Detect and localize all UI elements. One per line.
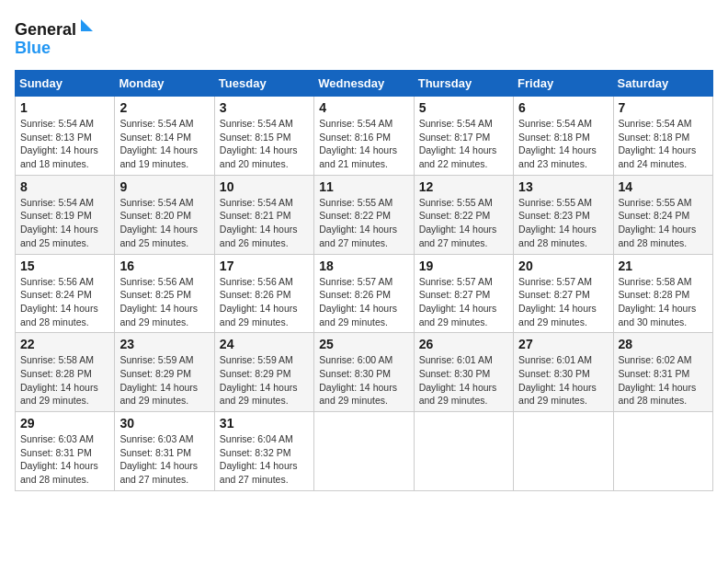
- calendar-cell: 24 Sunrise: 5:59 AMSunset: 8:29 PMDaylig…: [214, 333, 313, 412]
- day-number: 7: [619, 100, 708, 115]
- calendar-cell: 2 Sunrise: 5:54 AMSunset: 8:14 PMDayligh…: [115, 97, 214, 176]
- day-number: 14: [619, 179, 708, 194]
- weekday-header-sunday: Sunday: [16, 71, 115, 97]
- calendar-cell: 5 Sunrise: 5:54 AMSunset: 8:17 PMDayligh…: [414, 97, 513, 176]
- day-number: 8: [20, 179, 109, 194]
- day-number: 30: [119, 416, 209, 431]
- day-number: 27: [518, 337, 608, 351]
- day-info: Sunrise: 5:57 AMSunset: 8:27 PMDaylight:…: [419, 275, 508, 329]
- day-info: Sunrise: 6:00 AMSunset: 8:30 PMDaylight:…: [319, 353, 408, 408]
- header: GeneralBlue: [15, 15, 713, 61]
- calendar-cell: 13 Sunrise: 5:55 AMSunset: 8:23 PMDaylig…: [514, 175, 613, 254]
- day-number: 10: [220, 179, 309, 194]
- day-info: Sunrise: 5:58 AMSunset: 8:28 PMDaylight:…: [20, 353, 109, 408]
- calendar-cell: 4 Sunrise: 5:54 AMSunset: 8:16 PMDayligh…: [314, 97, 414, 176]
- day-number: 18: [319, 259, 408, 273]
- day-number: 5: [419, 100, 508, 115]
- day-info: Sunrise: 5:54 AMSunset: 8:21 PMDaylight:…: [220, 196, 309, 250]
- calendar-cell: 31 Sunrise: 6:04 AMSunset: 8:32 PMDaylig…: [214, 412, 313, 491]
- calendar-cell: 28 Sunrise: 6:02 AMSunset: 8:31 PMDaylig…: [613, 333, 712, 412]
- weekday-header-friday: Friday: [514, 71, 613, 97]
- calendar-cell: 30 Sunrise: 6:03 AMSunset: 8:31 PMDaylig…: [115, 412, 214, 491]
- day-info: Sunrise: 5:58 AMSunset: 8:28 PMDaylight:…: [619, 275, 708, 329]
- day-number: 19: [419, 259, 508, 273]
- day-info: Sunrise: 5:56 AMSunset: 8:24 PMDaylight:…: [20, 275, 109, 329]
- day-info: Sunrise: 5:59 AMSunset: 8:29 PMDaylight:…: [119, 353, 209, 408]
- calendar-week-row: 29 Sunrise: 6:03 AMSunset: 8:31 PMDaylig…: [16, 412, 713, 491]
- calendar-cell: 26 Sunrise: 6:01 AMSunset: 8:30 PMDaylig…: [414, 333, 513, 412]
- day-info: Sunrise: 5:54 AMSunset: 8:14 PMDaylight:…: [119, 117, 209, 171]
- day-number: 25: [319, 337, 408, 351]
- day-info: Sunrise: 5:54 AMSunset: 8:18 PMDaylight:…: [518, 117, 608, 171]
- day-info: Sunrise: 6:03 AMSunset: 8:31 PMDaylight:…: [119, 432, 209, 487]
- calendar-week-row: 15 Sunrise: 5:56 AMSunset: 8:24 PMDaylig…: [16, 254, 713, 333]
- svg-text:General: General: [15, 20, 76, 39]
- calendar-cell: [514, 412, 613, 491]
- day-number: 23: [119, 337, 209, 351]
- day-info: Sunrise: 5:56 AMSunset: 8:26 PMDaylight:…: [220, 275, 309, 329]
- day-info: Sunrise: 6:01 AMSunset: 8:30 PMDaylight:…: [419, 353, 508, 408]
- day-number: 6: [518, 100, 608, 115]
- calendar-cell: 10 Sunrise: 5:54 AMSunset: 8:21 PMDaylig…: [214, 175, 313, 254]
- weekday-header-thursday: Thursday: [414, 71, 513, 97]
- svg-text:Blue: Blue: [15, 39, 51, 57]
- calendar-cell: [414, 412, 513, 491]
- weekday-header-wednesday: Wednesday: [314, 71, 414, 97]
- calendar-table: SundayMondayTuesdayWednesdayThursdayFrid…: [15, 70, 713, 491]
- logo-svg: GeneralBlue: [15, 15, 97, 61]
- calendar-cell: 23 Sunrise: 5:59 AMSunset: 8:29 PMDaylig…: [115, 333, 214, 412]
- day-info: Sunrise: 5:55 AMSunset: 8:22 PMDaylight:…: [419, 196, 508, 250]
- calendar-cell: 9 Sunrise: 5:54 AMSunset: 8:20 PMDayligh…: [115, 175, 214, 254]
- calendar-cell: 8 Sunrise: 5:54 AMSunset: 8:19 PMDayligh…: [16, 175, 115, 254]
- day-info: Sunrise: 6:03 AMSunset: 8:31 PMDaylight:…: [20, 432, 109, 487]
- weekday-header-tuesday: Tuesday: [214, 71, 313, 97]
- day-info: Sunrise: 5:54 AMSunset: 8:18 PMDaylight:…: [619, 117, 708, 171]
- day-info: Sunrise: 5:55 AMSunset: 8:22 PMDaylight:…: [319, 196, 408, 250]
- day-number: 2: [119, 100, 209, 115]
- day-number: 9: [119, 179, 209, 194]
- calendar-cell: 12 Sunrise: 5:55 AMSunset: 8:22 PMDaylig…: [414, 175, 513, 254]
- day-number: 31: [220, 416, 309, 431]
- calendar-cell: 19 Sunrise: 5:57 AMSunset: 8:27 PMDaylig…: [414, 254, 513, 333]
- day-number: 24: [220, 337, 309, 351]
- day-info: Sunrise: 5:55 AMSunset: 8:23 PMDaylight:…: [518, 196, 608, 250]
- day-info: Sunrise: 5:57 AMSunset: 8:26 PMDaylight:…: [319, 275, 408, 329]
- day-info: Sunrise: 5:54 AMSunset: 8:13 PMDaylight:…: [20, 117, 109, 171]
- calendar-cell: 18 Sunrise: 5:57 AMSunset: 8:26 PMDaylig…: [314, 254, 414, 333]
- calendar-cell: 21 Sunrise: 5:58 AMSunset: 8:28 PMDaylig…: [613, 254, 712, 333]
- calendar-week-row: 8 Sunrise: 5:54 AMSunset: 8:19 PMDayligh…: [16, 175, 713, 254]
- day-number: 15: [20, 259, 109, 273]
- day-info: Sunrise: 5:54 AMSunset: 8:16 PMDaylight:…: [319, 117, 408, 171]
- calendar-cell: 17 Sunrise: 5:56 AMSunset: 8:26 PMDaylig…: [214, 254, 313, 333]
- day-info: Sunrise: 5:54 AMSunset: 8:15 PMDaylight:…: [220, 117, 309, 171]
- calendar-cell: 27 Sunrise: 6:01 AMSunset: 8:30 PMDaylig…: [514, 333, 613, 412]
- calendar-cell: 3 Sunrise: 5:54 AMSunset: 8:15 PMDayligh…: [214, 97, 313, 176]
- calendar-cell: 7 Sunrise: 5:54 AMSunset: 8:18 PMDayligh…: [613, 97, 712, 176]
- calendar-week-row: 1 Sunrise: 5:54 AMSunset: 8:13 PMDayligh…: [16, 97, 713, 176]
- calendar-cell: [314, 412, 414, 491]
- day-info: Sunrise: 5:54 AMSunset: 8:17 PMDaylight:…: [419, 117, 508, 171]
- day-info: Sunrise: 5:55 AMSunset: 8:24 PMDaylight:…: [619, 196, 708, 250]
- day-info: Sunrise: 5:56 AMSunset: 8:25 PMDaylight:…: [119, 275, 209, 329]
- calendar-cell: 1 Sunrise: 5:54 AMSunset: 8:13 PMDayligh…: [16, 97, 115, 176]
- calendar-cell: 11 Sunrise: 5:55 AMSunset: 8:22 PMDaylig…: [314, 175, 414, 254]
- calendar-cell: 6 Sunrise: 5:54 AMSunset: 8:18 PMDayligh…: [514, 97, 613, 176]
- day-number: 16: [119, 259, 209, 273]
- day-info: Sunrise: 5:59 AMSunset: 8:29 PMDaylight:…: [220, 353, 309, 408]
- calendar-cell: 14 Sunrise: 5:55 AMSunset: 8:24 PMDaylig…: [613, 175, 712, 254]
- day-number: 4: [319, 100, 408, 115]
- calendar-cell: 22 Sunrise: 5:58 AMSunset: 8:28 PMDaylig…: [16, 333, 115, 412]
- day-info: Sunrise: 6:02 AMSunset: 8:31 PMDaylight:…: [619, 353, 708, 408]
- day-number: 21: [619, 259, 708, 273]
- calendar-cell: 29 Sunrise: 6:03 AMSunset: 8:31 PMDaylig…: [16, 412, 115, 491]
- day-info: Sunrise: 5:54 AMSunset: 8:19 PMDaylight:…: [20, 196, 109, 250]
- calendar-cell: 15 Sunrise: 5:56 AMSunset: 8:24 PMDaylig…: [16, 254, 115, 333]
- day-number: 11: [319, 179, 408, 194]
- day-number: 3: [220, 100, 309, 115]
- calendar-cell: 20 Sunrise: 5:57 AMSunset: 8:27 PMDaylig…: [514, 254, 613, 333]
- logo: GeneralBlue: [15, 15, 97, 61]
- calendar-cell: [613, 412, 712, 491]
- svg-marker-2: [81, 19, 93, 31]
- calendar-week-row: 22 Sunrise: 5:58 AMSunset: 8:28 PMDaylig…: [16, 333, 713, 412]
- day-info: Sunrise: 5:54 AMSunset: 8:20 PMDaylight:…: [119, 196, 209, 250]
